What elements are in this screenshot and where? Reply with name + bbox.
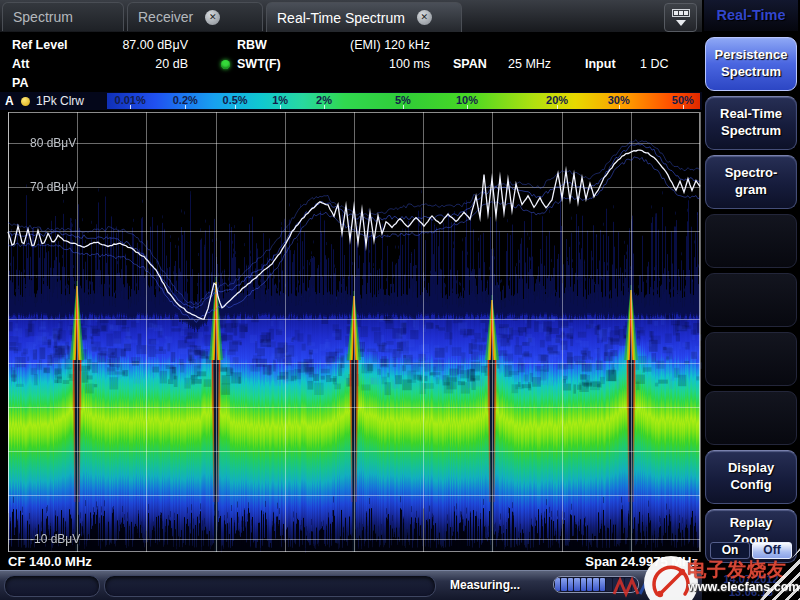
status-slot-2 bbox=[104, 575, 436, 597]
input-label: Input bbox=[585, 57, 616, 71]
softkey-sidebar: Real-Time Persistence Spectrum Real-Time… bbox=[702, 0, 800, 600]
progress-segment bbox=[574, 578, 579, 591]
scale-tick bbox=[130, 105, 131, 109]
input-value[interactable]: 1 DC bbox=[640, 57, 668, 71]
window-layout-menu-button[interactable] bbox=[664, 3, 697, 32]
scale-tick bbox=[557, 105, 558, 109]
tab-label: Receiver bbox=[138, 9, 193, 25]
att-label: Att bbox=[12, 57, 29, 71]
progress-segment bbox=[606, 578, 611, 591]
persistence-spectrum-canvas[interactable] bbox=[0, 110, 706, 553]
progress-segment bbox=[625, 578, 630, 591]
replay-zoom-toggle: On Off bbox=[710, 542, 792, 559]
softkey-empty-1 bbox=[705, 214, 797, 268]
status-bar: Measuring... bbox=[0, 570, 800, 600]
status-slot-1 bbox=[4, 575, 100, 597]
ref-level-value[interactable]: 87.00 dBμV bbox=[96, 38, 188, 52]
tile-windows-icon bbox=[672, 9, 690, 17]
persistence-spectrum-plot: 80 dBμV 70 dBμV -10 dBμV bbox=[0, 110, 706, 553]
trace-color-dot-icon bbox=[21, 97, 30, 106]
swt-label: SWT(F) bbox=[237, 57, 281, 71]
y-axis-label-minus10: -10 dBμV bbox=[30, 532, 80, 546]
softkey-replay-zoom[interactable]: Replay Zoom On Off bbox=[705, 509, 797, 563]
tab-spectrum[interactable]: Spectrum bbox=[2, 2, 124, 31]
color-gradient-bar: 0.01%0.2%0.5%1%2%5%10%20%30%50% bbox=[107, 93, 700, 109]
scale-tick bbox=[280, 105, 281, 109]
scale-tick bbox=[235, 105, 236, 109]
progress-segment bbox=[600, 578, 605, 591]
replay-zoom-on-button[interactable]: On bbox=[710, 542, 750, 559]
channel-letter: A bbox=[5, 94, 14, 108]
scale-tick bbox=[324, 105, 325, 109]
softkey-menu-title: Real-Time bbox=[704, 0, 798, 31]
softkey-real-time-spectrum[interactable]: Real-Time Spectrum bbox=[705, 96, 797, 150]
ref-level-label: Ref Level bbox=[12, 38, 68, 52]
rbw-label: RBW bbox=[237, 38, 267, 52]
center-frequency: CF 140.0 MHz bbox=[8, 554, 92, 569]
tab-bar: Spectrum Receiver ✕ Real-Time Spectrum ✕ bbox=[0, 0, 702, 32]
progress-segment bbox=[613, 578, 618, 591]
tab-label: Real-Time Spectrum bbox=[277, 10, 405, 26]
softkey-empty-2 bbox=[705, 273, 797, 327]
replay-zoom-off-button[interactable]: Off bbox=[752, 542, 792, 559]
frequency-footer: CF 140.0 MHz Span 24.9975 MHz bbox=[0, 553, 706, 570]
progress-segment bbox=[555, 578, 560, 591]
tab-receiver[interactable]: Receiver ✕ bbox=[127, 2, 263, 31]
trace-mode-label: 1Pk Clrw bbox=[36, 94, 84, 108]
measurement-progress-bar bbox=[553, 576, 639, 593]
time-readout: 13:06:13 bbox=[702, 586, 800, 598]
progress-segment bbox=[593, 578, 598, 591]
scale-tick bbox=[403, 105, 404, 109]
scale-tick bbox=[619, 105, 620, 109]
progress-segment bbox=[587, 578, 592, 591]
progress-segment bbox=[581, 578, 586, 591]
span-value[interactable]: 25 MHz bbox=[508, 57, 551, 71]
spectrum-analyzer-screen: Spectrum Receiver ✕ Real-Time Spectrum ✕… bbox=[0, 0, 800, 600]
span-label: SPAN bbox=[453, 57, 487, 71]
progress-segment bbox=[568, 578, 573, 591]
softkey-persistence-spectrum[interactable]: Persistence Spectrum bbox=[705, 37, 797, 91]
span-readout: Span 24.9975 MHz bbox=[450, 554, 698, 569]
close-icon[interactable]: ✕ bbox=[205, 10, 220, 25]
channel-settings-header: Ref Level 87.00 dBμV RBW (EMI) 120 kHz A… bbox=[0, 32, 702, 92]
date-readout: 14.07.2012 bbox=[702, 573, 800, 585]
y-axis-label-80: 80 dBμV bbox=[30, 136, 76, 150]
softkey-display-config[interactable]: Display Config bbox=[705, 450, 797, 504]
att-value[interactable]: 20 dB bbox=[96, 57, 188, 71]
y-axis-label-70: 70 dBμV bbox=[30, 180, 76, 194]
scale-tick bbox=[683, 105, 684, 109]
tab-real-time-spectrum[interactable]: Real-Time Spectrum ✕ bbox=[266, 2, 462, 32]
progress-segment bbox=[561, 578, 566, 591]
swt-value[interactable]: 100 ms bbox=[330, 57, 430, 71]
softkey-empty-3 bbox=[705, 332, 797, 386]
chevron-down-icon bbox=[676, 20, 686, 26]
persistence-color-scale: A 1Pk Clrw 0.01%0.2%0.5%1%2%5%10%20%30%5… bbox=[0, 92, 702, 110]
tab-label: Spectrum bbox=[13, 9, 73, 25]
softkey-spectrogram[interactable]: Spectro- gram bbox=[705, 155, 797, 209]
measuring-status: Measuring... bbox=[450, 578, 520, 592]
scale-tick bbox=[467, 105, 468, 109]
rbw-value[interactable]: (EMI) 120 kHz bbox=[300, 38, 430, 52]
scale-tick bbox=[185, 105, 186, 109]
close-icon[interactable]: ✕ bbox=[417, 10, 432, 25]
sweep-led-icon bbox=[221, 60, 230, 69]
softkey-empty-4 bbox=[705, 391, 797, 445]
preamp-label: PA bbox=[12, 76, 28, 90]
progress-segment bbox=[632, 578, 637, 591]
progress-segment bbox=[619, 578, 624, 591]
